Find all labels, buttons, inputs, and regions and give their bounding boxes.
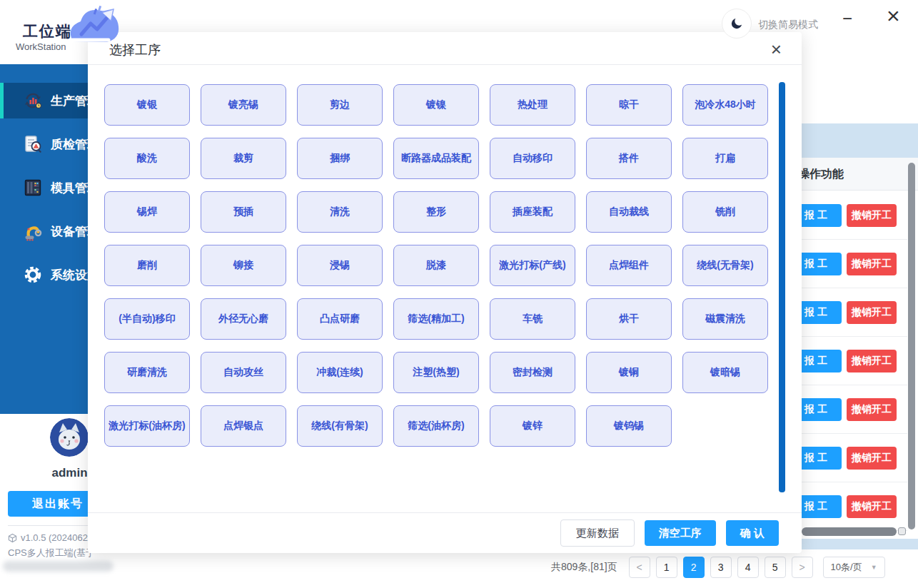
- cancel-start-button[interactable]: 撤销开工: [847, 253, 897, 275]
- chevron-down-icon: ▼: [871, 564, 877, 571]
- process-button[interactable]: 断路器成品装配: [393, 138, 479, 179]
- process-button[interactable]: 镀铜: [586, 352, 672, 393]
- divider: [8, 525, 101, 526]
- cancel-start-button[interactable]: 撤销开工: [847, 301, 897, 324]
- process-button[interactable]: 预插: [201, 191, 286, 233]
- page-number-button[interactable]: 3: [710, 557, 732, 578]
- next-page-button[interactable]: >: [792, 557, 813, 578]
- process-button[interactable]: 激光打标(油杯房): [104, 405, 190, 447]
- process-button[interactable]: 捆绑: [297, 138, 383, 179]
- cancel-start-button[interactable]: 撤销开工: [847, 495, 897, 518]
- settings-icon: [23, 265, 43, 285]
- cancel-start-button[interactable]: 撤销开工: [847, 447, 897, 470]
- pagination: 共809条,[81]页 < 1 2 3 4 5 > 10条/页 ▼: [551, 556, 885, 579]
- horizontal-scrollbar[interactable]: [802, 527, 897, 536]
- process-button[interactable]: 镀银: [104, 84, 190, 126]
- mold-icon: [23, 178, 43, 198]
- page-size-value: 10条/页: [831, 561, 862, 574]
- theme-toggle-button[interactable]: [722, 9, 752, 39]
- app-title: 工位端: [23, 21, 72, 41]
- minimize-button[interactable]: −: [842, 10, 852, 27]
- process-button[interactable]: 绕线(无骨架): [682, 245, 768, 286]
- cancel-start-button[interactable]: 撤销开工: [847, 398, 897, 421]
- process-button[interactable]: 搭件: [586, 138, 672, 179]
- cancel-start-button[interactable]: 撤销开工: [847, 204, 897, 227]
- cancel-start-button[interactable]: 撤销开工: [847, 350, 897, 372]
- process-button[interactable]: 密封检测: [490, 352, 575, 393]
- app-description: CPS多人报工端(基于: [8, 547, 95, 559]
- action-column-header: 操作功能: [798, 167, 844, 182]
- app-subtitle: WorkStation: [16, 41, 66, 52]
- process-button[interactable]: (半自动)移印: [104, 298, 190, 340]
- scrollbar-corner: [898, 527, 906, 535]
- process-button[interactable]: 酸洗: [104, 138, 190, 179]
- process-button[interactable]: 打扁: [682, 138, 768, 179]
- confirm-button[interactable]: 确 认: [726, 520, 779, 546]
- page-size-select[interactable]: 10条/页 ▼: [823, 557, 885, 578]
- production-icon: [23, 91, 43, 111]
- dialog-scrollbar[interactable]: [779, 82, 785, 492]
- process-button[interactable]: 点焊银点: [201, 405, 286, 447]
- process-button[interactable]: 外径无心磨: [201, 298, 286, 340]
- package-icon: [8, 533, 17, 543]
- quality-icon: [23, 134, 43, 154]
- process-button[interactable]: 整形: [393, 191, 479, 233]
- pagination-total: 共809条,[81]页: [551, 561, 617, 574]
- select-process-dialog: 选择工序 × 镀银 镀亮锡 剪边 镀镍 热处理 晾干 泡冷水48小时 酸洗 裁剪: [88, 32, 802, 553]
- app-logo-icon: [66, 3, 124, 51]
- process-grid: 镀银 镀亮锡 剪边 镀镍 热处理 晾干 泡冷水48小时 酸洗 裁剪 捆绑 断路器…: [104, 84, 774, 447]
- process-button[interactable]: 镀锌: [490, 405, 575, 447]
- process-button[interactable]: 自动裁线: [586, 191, 672, 233]
- process-button[interactable]: 插座装配: [490, 191, 575, 233]
- moon-icon: [730, 16, 744, 31]
- process-button[interactable]: 冲裁(连续): [297, 352, 383, 393]
- process-button[interactable]: 凸点研磨: [297, 298, 383, 340]
- page-number-button[interactable]: 5: [765, 557, 786, 578]
- vertical-scrollbar[interactable]: [908, 163, 915, 529]
- process-button[interactable]: 烘干: [586, 298, 672, 340]
- process-button[interactable]: 磨削: [104, 245, 190, 286]
- dialog-close-icon[interactable]: ×: [771, 36, 782, 62]
- process-button[interactable]: 铣削: [682, 191, 768, 233]
- page-number-button[interactable]: 4: [737, 557, 759, 578]
- clear-process-button[interactable]: 清空工序: [645, 520, 716, 546]
- dialog-header: 选择工序 ×: [88, 32, 802, 65]
- version-text: v1.0.5 (2024062: [21, 532, 88, 543]
- window-close-button[interactable]: ×: [887, 4, 900, 27]
- process-button[interactable]: 注塑(热塑): [393, 352, 479, 393]
- process-button[interactable]: 镀钨锡: [586, 405, 672, 447]
- process-button[interactable]: 铆接: [201, 245, 286, 286]
- mode-toggle-label[interactable]: 切换简易模式: [758, 19, 818, 31]
- process-button[interactable]: 浸锡: [297, 245, 383, 286]
- process-button[interactable]: 脱漆: [393, 245, 479, 286]
- page-number-list: 1 2 3 4 5: [656, 557, 786, 578]
- app-window: 工位端 WorkStation 切换简易模式 − × 生产管理 质检管理: [0, 0, 918, 588]
- process-button[interactable]: 镀暗锡: [682, 352, 768, 393]
- process-button[interactable]: 自动攻丝: [201, 352, 286, 393]
- process-button[interactable]: 热处理: [490, 84, 575, 126]
- refresh-data-button[interactable]: 更新数据: [560, 519, 635, 547]
- process-button[interactable]: 绕线(有骨架): [297, 405, 383, 447]
- version-line: v1.0.5 (2024062: [8, 532, 88, 543]
- redacted-text: [3, 561, 114, 572]
- cat-avatar-icon: [50, 418, 89, 457]
- process-button[interactable]: 磁震清洗: [682, 298, 768, 340]
- process-button[interactable]: 晾干: [586, 84, 672, 126]
- process-button[interactable]: 泡冷水48小时: [682, 84, 768, 126]
- process-button[interactable]: 镀镍: [393, 84, 479, 126]
- process-button[interactable]: 研磨清洗: [104, 352, 190, 393]
- process-button[interactable]: 镀亮锡: [201, 84, 286, 126]
- process-button[interactable]: 自动移印: [490, 138, 575, 179]
- process-button[interactable]: 点焊组件: [586, 245, 672, 286]
- prev-page-button[interactable]: <: [629, 557, 650, 578]
- page-number-button[interactable]: 1: [656, 557, 677, 578]
- process-button[interactable]: 锡焊: [104, 191, 190, 233]
- process-button[interactable]: 筛选(油杯房): [393, 405, 479, 447]
- process-button[interactable]: 激光打标(产线): [490, 245, 575, 286]
- process-button[interactable]: 裁剪: [201, 138, 286, 179]
- process-button[interactable]: 筛选(精加工): [393, 298, 479, 340]
- page-number-button[interactable]: 2: [683, 557, 705, 578]
- process-button[interactable]: 车铣: [490, 298, 575, 340]
- process-button[interactable]: 剪边: [297, 84, 383, 126]
- process-button[interactable]: 清洗: [297, 191, 383, 233]
